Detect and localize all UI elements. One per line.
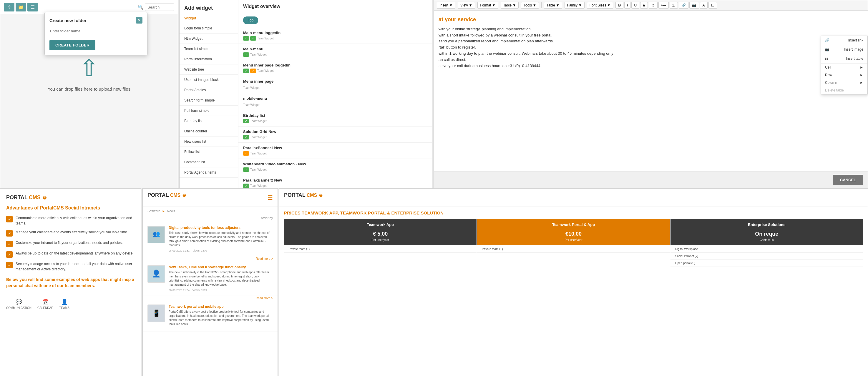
emoji-btn[interactable]: ☺ xyxy=(649,2,657,8)
widget-item-row[interactable]: Menu inner page loggedin ✓ ✓ TeamWidget xyxy=(239,60,432,76)
link-btn[interactable]: 🔗 xyxy=(679,2,688,8)
widget-overview-title: Widget overview xyxy=(239,0,432,13)
widget-item-row[interactable]: Main-menu-loggedin ✓ ✓ TeamWidget xyxy=(239,28,432,44)
widget-item-row[interactable]: ParallaxBanner2 New ✓ TeamWidget xyxy=(239,175,432,188)
article-title-3[interactable]: Teamwork portal and mobile app xyxy=(169,305,273,309)
widget-tag: ✓ xyxy=(243,36,249,41)
widget-list-item[interactable]: HtmlWidget xyxy=(180,34,238,44)
breadcrumb-news[interactable]: News xyxy=(167,209,175,213)
pricing-panel: PORTAL CMS PRICES TEAMWORK APP, TEAMWORK… xyxy=(279,188,868,376)
svg-point-3 xyxy=(184,194,185,195)
article-views-2: Views: 1519 xyxy=(192,289,207,291)
search-input[interactable] xyxy=(145,3,174,11)
widget-list-item[interactable]: Portal Articles xyxy=(180,85,238,95)
widget-item-row[interactable]: ParallaxBanner1 New ✓ TeamWidget xyxy=(239,143,432,159)
widget-item-sub: TeamWidget xyxy=(250,168,267,171)
nav-calendar[interactable]: 📅 CALENDAR xyxy=(37,299,53,310)
widget-list-item[interactable]: Birthday list xyxy=(180,116,238,126)
context-menu: 🔗 Insert link 📷 Insert image ☷ Insert ta… xyxy=(820,36,868,94)
table-menu-btn[interactable]: Table ▼ xyxy=(501,2,519,8)
widget-list-item[interactable]: User list images block xyxy=(180,75,238,85)
order-by-label[interactable]: order by xyxy=(261,216,273,220)
format-btn[interactable]: Format ▼ xyxy=(477,2,498,8)
widget-item-row[interactable]: Birthday list ✓ TeamWidget xyxy=(239,110,432,126)
search-icon: 🔍 xyxy=(138,4,144,10)
widget-item-row[interactable]: mobile-menu TeamWidget xyxy=(239,93,432,110)
article-thumbnail-1: 👥 xyxy=(148,226,165,243)
insert-btn[interactable]: Insert ▼ xyxy=(437,2,455,8)
bold-btn[interactable]: B xyxy=(616,2,623,8)
italic-btn[interactable]: I xyxy=(624,2,630,8)
widget-list-item[interactable]: Search form simple xyxy=(180,95,238,105)
tools-btn[interactable]: Tools ▼ xyxy=(521,2,539,8)
feature-col-1: Private team (1) xyxy=(284,246,476,267)
table-toggle-label: Table xyxy=(547,3,555,7)
toolbar-divider xyxy=(541,2,541,8)
widget-item-row[interactable]: Whiteboard Video animation - New ✓ TeamW… xyxy=(239,159,432,175)
hamburger-icon[interactable]: ☰ xyxy=(268,194,273,201)
article-title-2[interactable]: New Tasks, Time and Knowledge functional… xyxy=(169,265,273,269)
widget-list-item[interactable]: Pull form simple xyxy=(180,105,238,116)
advantage-item: ✓ Customize your intranet to fit your or… xyxy=(6,240,135,247)
modal-close-btn[interactable]: ✕ xyxy=(136,17,143,24)
view-btn[interactable]: View ▼ xyxy=(458,2,475,8)
nav-teams[interactable]: 👤 TEAMS xyxy=(59,299,69,310)
widget-list-item[interactable]: Portal information xyxy=(180,54,238,64)
context-cell[interactable]: Cell ► xyxy=(821,64,867,71)
widget-list-item[interactable]: New users list xyxy=(180,136,238,147)
folder-btn[interactable]: 📁 xyxy=(16,3,26,11)
font-sizes-btn[interactable]: Font Sizes ▼ xyxy=(587,2,613,8)
svg-text:👥: 👥 xyxy=(152,230,160,238)
context-insert-table[interactable]: ☷ Insert table xyxy=(821,54,867,63)
context-column[interactable]: Column ► xyxy=(821,79,867,87)
widget-tag: ✓ xyxy=(250,68,256,73)
pricing-header: PORTAL CMS xyxy=(279,189,868,207)
widget-top-btn[interactable]: Top xyxy=(243,17,258,24)
ul-btn[interactable]: •— xyxy=(658,2,669,8)
ol-btn[interactable]: 1. xyxy=(670,2,678,8)
widget-item-row[interactable]: Menu inner page TeamWidget xyxy=(239,76,432,93)
pricing-col-portal[interactable]: Teamwork Portal & App €10,00 Per user/ye… xyxy=(477,219,670,245)
article-title-1[interactable]: Digital productivity tools for loss adju… xyxy=(169,226,273,230)
table-toggle-btn[interactable]: Table ▼ xyxy=(544,2,562,8)
context-insert-link[interactable]: 🔗 Insert link xyxy=(821,36,867,45)
pricing-col-app[interactable]: Teamwork App € 5,00 Per user/year xyxy=(284,219,476,245)
read-more-1[interactable]: Read more > xyxy=(143,256,278,261)
widget-item-row[interactable]: Main-menu ✓ TeamWidget xyxy=(239,44,432,60)
nav-communication[interactable]: 💬 COMMUNICATION xyxy=(6,299,31,310)
table-chevron-icon: ▼ xyxy=(513,3,516,7)
family-btn[interactable]: Family ▼ xyxy=(564,2,585,8)
upload-btn[interactable]: ⇧ xyxy=(4,3,14,11)
create-folder-btn[interactable]: CREATE FOLDER xyxy=(50,40,95,50)
table-icon: ☷ xyxy=(825,57,828,61)
list-btn[interactable]: ☰ xyxy=(27,3,38,11)
image-btn[interactable]: 📷 xyxy=(689,2,699,8)
context-row[interactable]: Row ► xyxy=(821,71,867,79)
widget-list-item[interactable]: Team list simple xyxy=(180,44,238,54)
pricing-col-enterprise[interactable]: Enterprise Solutions On reque Contact us xyxy=(671,219,863,245)
news-logo-icon xyxy=(182,193,187,198)
widget-list-item[interactable]: Comment list xyxy=(180,157,238,167)
widget-tab[interactable]: Widget xyxy=(180,13,238,23)
article-views-1: Views: 1470 xyxy=(192,249,207,252)
widget-list-item[interactable]: Website tree xyxy=(180,64,238,75)
folder-name-input[interactable] xyxy=(50,27,143,35)
row-arrow-icon: ► xyxy=(860,73,863,77)
context-insert-image[interactable]: 📷 Insert image xyxy=(821,45,867,54)
checkmark-icon: ✓ xyxy=(6,216,13,222)
breadcrumb-software[interactable]: Software xyxy=(148,209,160,213)
widget-list-item[interactable]: Portal Agenda Items xyxy=(180,167,238,178)
font-color-btn[interactable]: A xyxy=(700,2,708,8)
col-title-portal: Teamwork Portal & App xyxy=(479,222,667,227)
widget-list-item[interactable]: Online counter xyxy=(180,126,238,136)
bg-color-btn[interactable]: ☐ xyxy=(709,2,717,8)
strikethrough-btn[interactable]: S xyxy=(640,2,648,8)
widget-item-row[interactable]: Solution Grid New ✓ TeamWidget xyxy=(239,126,432,143)
widget-list-item[interactable]: Login form simple xyxy=(180,23,238,34)
read-more-2[interactable]: Read more > xyxy=(143,295,278,301)
cancel-btn[interactable]: CANCEL xyxy=(833,175,863,185)
advantage-item: ✓ Manage your calendars and events effec… xyxy=(6,229,135,237)
editor-content[interactable]: at your service with your online strateg… xyxy=(434,10,868,73)
underline-btn[interactable]: U xyxy=(631,2,639,8)
widget-list-item[interactable]: Follow list xyxy=(180,147,238,157)
